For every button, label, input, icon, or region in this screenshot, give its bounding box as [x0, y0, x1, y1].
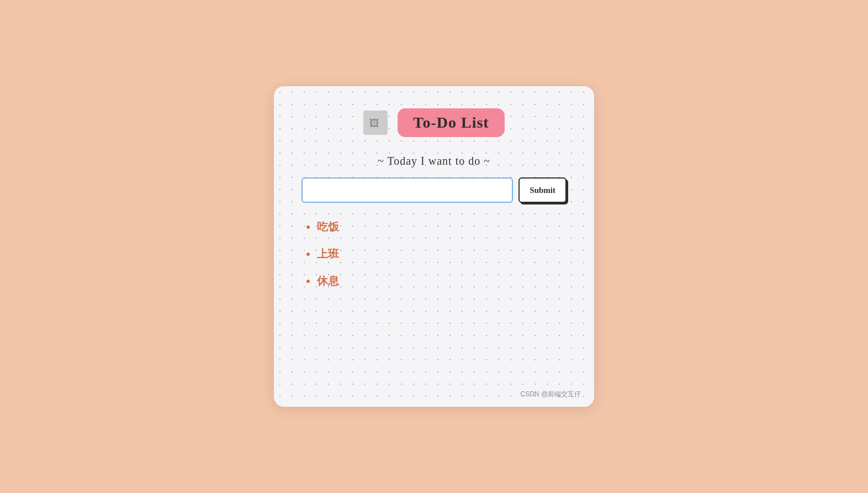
- todo-card: 🖼 To-Do List ~ Today I want to do ~ Subm…: [274, 86, 594, 407]
- header-row: 🖼 To-Do List: [301, 108, 567, 137]
- subtitle: ~ Today I want to do ~: [301, 155, 567, 167]
- svg-text:🖼: 🖼: [369, 118, 379, 129]
- task-input[interactable]: [301, 177, 513, 203]
- logo-image: 🖼: [363, 111, 388, 135]
- title-badge: To-Do List: [398, 108, 504, 137]
- app-title: To-Do List: [413, 114, 489, 131]
- task-list: 吃饭 上班 休息: [301, 219, 567, 289]
- submit-button[interactable]: Submit: [518, 177, 567, 203]
- list-item: 吃饭: [317, 219, 567, 234]
- list-item: 休息: [317, 274, 567, 289]
- list-item: 上班: [317, 246, 567, 261]
- footer-credit: CSDN @前端交互仔: [520, 390, 581, 399]
- input-row: Submit: [301, 177, 567, 203]
